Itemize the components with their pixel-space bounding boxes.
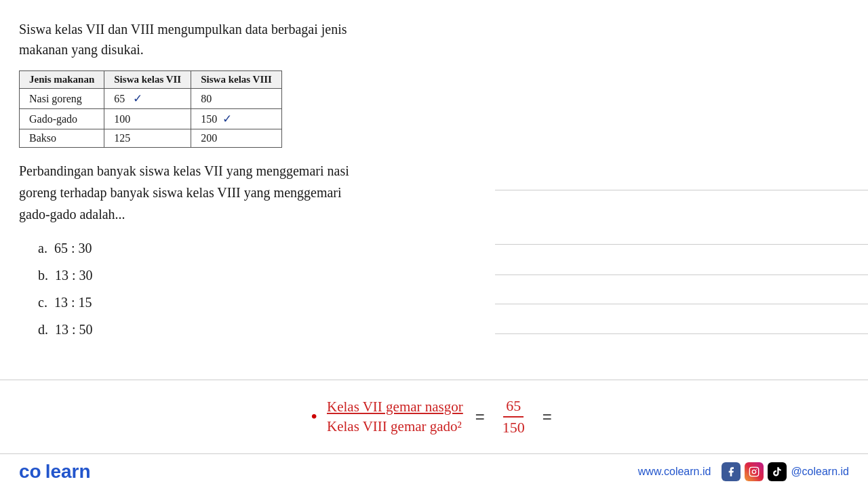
solution-fraction: 65 150 [500,397,528,436]
svg-point-1 [753,470,756,473]
kelas7-gado: 100 [104,109,191,129]
table-row: Gado-gado 100 150 ✓ [20,109,282,129]
social-handle: @colearn.id [791,466,849,478]
col-header-food: Jenis makanan [20,71,104,89]
fraction-numerator: 65 [503,397,524,418]
table-row: Bakso 125 200 [20,129,282,148]
svg-rect-0 [750,467,759,476]
footer-url: www.colearn.id [638,466,711,478]
kelas8-bakso: 200 [191,129,282,148]
solution-fraction-labels: Kelas VII gemar nasgor Kelas VIII gemar … [327,399,463,435]
fraction-denominator: 150 [500,418,528,436]
tiktok-icon [768,462,787,481]
footer: co learn www.colearn.id @colearn.id [0,455,868,488]
table-row: Nasi goreng 65 ✓ 80 [20,89,282,109]
food-nasi: Nasi goreng [20,89,104,109]
col-header-class8: Siswa kelas VIII [191,71,282,89]
kelas7-nasi: 65 ✓ [104,89,191,109]
question-text: Siswa kelas VII dan VIII mengumpulkan da… [19,19,487,60]
sol-numerator-label: Kelas VII gemar nasgor [327,399,463,415]
svg-point-2 [756,469,757,470]
col-header-class7: Siswa kelas VII [104,71,191,89]
solution-inner: • Kelas VII gemar nasgor Kelas VIII gema… [311,397,557,436]
food-bakso: Bakso [20,129,104,148]
facebook-icon [722,462,741,481]
solution-bullet: • [311,406,317,428]
kelas8-nasi: 80 [191,89,282,109]
equals-sign-1: = [475,407,485,426]
brand-logo: co learn [19,461,91,483]
kelas8-gado: 150 ✓ [191,109,282,129]
data-table: Jenis makanan Siswa kelas VII Siswa kela… [19,70,282,148]
paragraph: Perbandingan banyak siswa kelas VII yang… [19,160,487,225]
social-icons: @colearn.id [722,462,849,481]
right-lines [488,0,868,352]
sol-denominator-label: Kelas VIII gemar gado² [327,418,462,435]
solution-area: • Kelas VII gemar nasgor Kelas VIII gema… [0,380,868,454]
instagram-icon [745,462,764,481]
kelas7-bakso: 125 [104,129,191,148]
equals-sign-2: = [542,407,552,426]
food-gado: Gado-gado [20,109,104,129]
footer-right: www.colearn.id @colearn.id [638,462,849,481]
brand-co: co [19,461,41,483]
brand-learn: learn [45,461,91,483]
